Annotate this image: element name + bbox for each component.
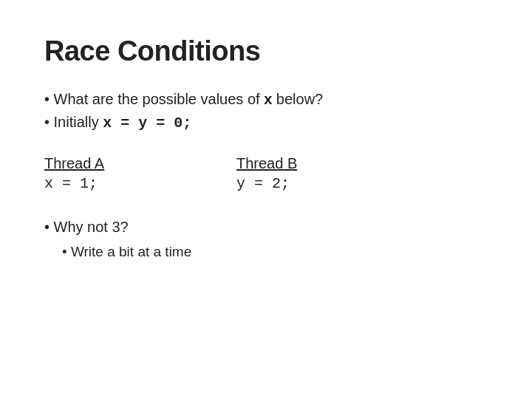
- slide-title: Race Conditions: [44, 35, 488, 67]
- slide: Race Conditions • What are the possible …: [0, 0, 532, 399]
- thread-a-column: Thread A x = 1;: [44, 155, 236, 192]
- threads-container: Thread A x = 1; Thread B y = 2;: [44, 155, 488, 192]
- thread-b-title: Thread B: [236, 155, 429, 172]
- thread-a-code: x = 1;: [44, 175, 236, 192]
- bold-x-1: x: [264, 91, 272, 107]
- bullet-2: • Initially x = y = 0;: [44, 111, 488, 134]
- bullets-section: • What are the possible values of x belo…: [44, 88, 488, 134]
- thread-b-code: y = 2;: [236, 175, 429, 192]
- why-main-text: • Why not 3?: [44, 216, 488, 239]
- why-section: • Why not 3? • Write a bit at a time: [44, 216, 488, 263]
- bullet-1: • What are the possible values of x belo…: [44, 88, 488, 111]
- why-sub-text: • Write a bit at a time: [62, 242, 488, 263]
- code-init: x = y = 0;: [103, 115, 191, 132]
- thread-a-title: Thread A: [44, 155, 236, 172]
- thread-b-column: Thread B y = 2;: [236, 155, 429, 192]
